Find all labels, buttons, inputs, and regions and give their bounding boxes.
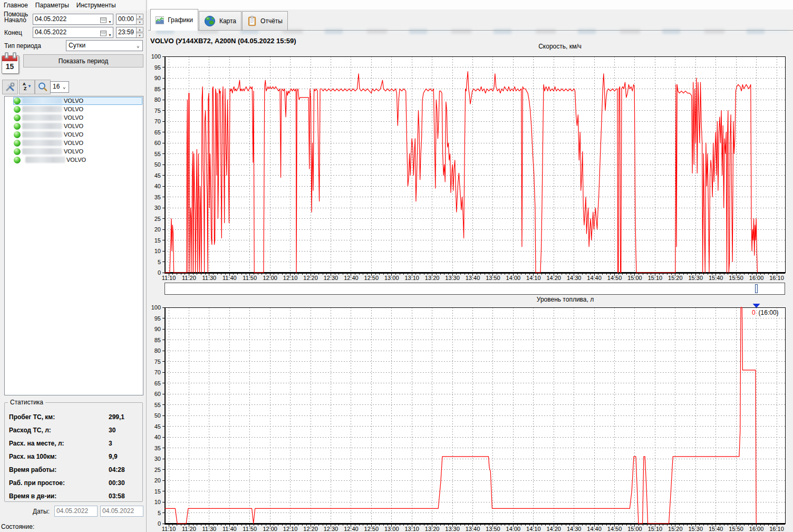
timeline-scrollbar[interactable] [165,283,785,295]
y-tick-label: 75 [154,359,161,365]
vehicle-status-icon [14,114,21,121]
x-tick-label: 12:10 [283,275,298,281]
y-tick-label: 95 [154,315,161,322]
tabbar-background [148,0,793,9]
tab-reports[interactable]: Отчёты [242,11,288,31]
calendar-mini-icon[interactable] [100,30,107,38]
sort-button[interactable]: AZ▼ [19,80,35,94]
x-tick-label: 16:10 [769,275,784,281]
stat-value: 04:28 [109,466,125,473]
y-tick-label: 0 [158,520,161,527]
font-size-select[interactable]: 16 ∨ [50,81,69,93]
end-time-field[interactable] [116,27,137,38]
y-tick-label: 35 [154,194,161,200]
start-date-dropdown-icon[interactable]: ▼ [108,17,112,25]
show-period-button[interactable]: Показать период [23,54,143,67]
x-tick-label: 15:00 [627,275,642,281]
spinner-up-icon[interactable]: ▲ [136,14,143,19]
y-tick-label: 5 [158,259,161,265]
spinner-up-icon[interactable]: ▲ [136,27,143,32]
end-date-field[interactable]: ▼ [33,27,113,38]
y-tick-label: 15 [154,488,161,495]
start-date-field[interactable]: ▼ [33,14,113,25]
vehicle-row[interactable]: VOLVO [5,105,143,114]
search-button[interactable] [35,80,51,94]
vehicle-row[interactable]: VOLVO [5,122,143,131]
vehicle-plate-blur [22,106,62,112]
vehicle-label: VOLVO [64,131,83,138]
sort-az-icon: AZ▼ [23,83,31,91]
vehicle-label: VOLVO [64,148,83,154]
menu-item-main[interactable]: Главное [0,0,32,9]
y-tick-label: 95 [154,64,161,71]
x-tick-label: 15:20 [668,526,683,532]
y-tick-label: 50 [154,161,161,168]
start-time-input[interactable] [118,15,134,23]
calendar-icon[interactable]: 15 [1,52,19,74]
stat-label: Время работы: [9,466,56,473]
end-date-dropdown-icon[interactable]: ▼ [108,30,112,38]
vehicle-row[interactable]: VOLVO [5,156,143,165]
y-tick-label: 10 [154,499,161,505]
vehicle-row[interactable]: VOLVO [5,148,143,156]
date-to-input[interactable] [102,507,141,515]
x-tick-label: 13:40 [466,275,480,281]
date-from-input[interactable] [56,507,95,515]
period-type-select[interactable]: Сутки ∨ [66,40,143,51]
timeline-position-marker[interactable] [755,284,758,293]
fuel-chart[interactable]: Уровень топлива, л0510152025303540455055… [148,295,793,532]
tab-charts[interactable]: Графики [150,9,198,31]
x-tick-label: 14:30 [567,526,582,532]
calendar-mini-icon[interactable] [100,16,107,25]
spinner-down-icon[interactable]: ▼ [136,20,143,25]
x-tick-label: 13:10 [404,526,419,532]
x-tick-label: 13:40 [466,526,480,532]
vehicle-plate-blur [22,114,62,121]
menu-item-tools[interactable]: Инструменты [73,0,120,9]
start-time-field[interactable] [116,14,137,25]
x-tick-label: 11:30 [202,275,217,281]
date-to-field[interactable] [100,506,143,517]
x-tick-label: 11:50 [243,526,257,532]
settings-tools-button[interactable] [2,80,18,94]
date-from-field[interactable] [54,506,98,517]
x-tick-label: 12:40 [344,526,359,532]
stat-value: 299,1 [109,413,124,421]
x-tick-label: 12:30 [324,526,339,532]
end-time-spinner[interactable]: ▲▼ [136,27,143,38]
start-time-spinner[interactable]: ▲▼ [136,14,143,25]
stat-label: Расх. на 100км: [9,453,57,460]
y-tick-label: 90 [154,326,161,332]
vehicle-plate-blur [22,98,62,104]
vehicle-plate-blur [22,123,62,129]
menu-item-parameters[interactable]: Параметры [32,0,73,9]
vehicle-row[interactable]: VOLVO [5,97,143,105]
vehicle-plate-blur [22,148,62,154]
y-tick-label: 50 [154,412,161,419]
speed-chart[interactable]: Скорость, км/ч05101520253035404550556065… [148,42,793,283]
vehicle-row[interactable]: VOLVO [5,114,143,122]
stat-label: Расх. на месте, л: [9,440,64,447]
vehicle-status-icon [14,106,21,113]
stat-label: Раб. при простое: [9,479,65,487]
vehicle-row[interactable]: VOLVO [5,139,143,148]
x-tick-label: 13:50 [486,275,500,281]
vehicle-label: VOLVO [64,123,83,129]
y-tick-label: 55 [154,402,161,408]
vehicle-status-icon [14,123,21,130]
x-tick-label: 16:10 [769,526,784,532]
vehicle-plate-blur [22,140,62,146]
y-tick-label: 20 [154,477,161,483]
tab-map[interactable]: Карта [199,11,241,31]
y-tick-label: 85 [154,337,161,343]
vehicle-row[interactable]: VOLVO [5,131,143,139]
tab-charts-label: Графики [168,16,193,24]
y-tick-label: 75 [154,108,161,114]
x-tick-label: 15:50 [729,526,743,532]
panel-divider [146,0,147,532]
end-time-input[interactable] [118,28,134,36]
x-tick-label: 15:20 [668,275,683,281]
spinner-down-icon[interactable]: ▼ [136,33,143,38]
y-tick-label: 40 [154,183,161,189]
period-type-label: Тип периода [4,42,41,50]
